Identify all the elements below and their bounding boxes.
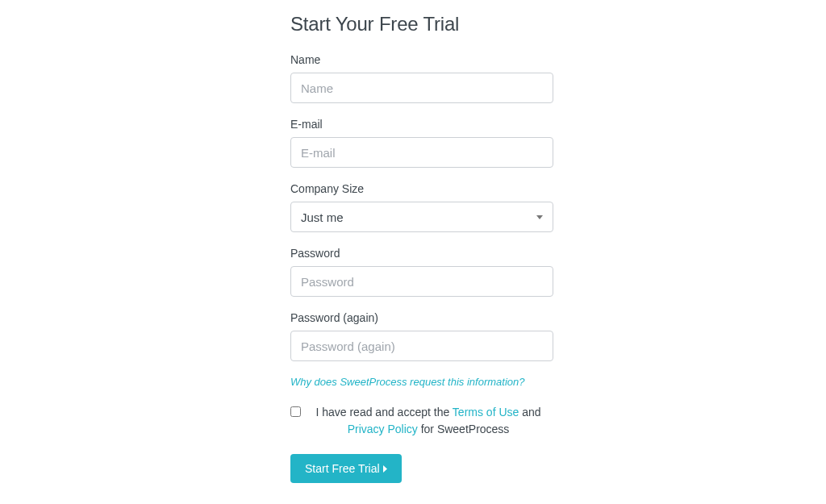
email-label: E-mail [290, 118, 565, 131]
consent-row: I have read and accept the Terms of Use … [290, 404, 565, 438]
signup-form-container: Start Your Free Trial Name E-mail Compan… [290, 0, 565, 483]
submit-label: Start Free Trial [305, 462, 380, 475]
privacy-link[interactable]: Privacy Policy [348, 423, 418, 435]
name-input[interactable] [290, 73, 553, 103]
page-title: Start Your Free Trial [290, 13, 565, 35]
consent-text: I have read and accept the Terms of Use … [307, 404, 549, 438]
company-size-group: Company Size Just me [290, 182, 565, 232]
password-again-group: Password (again) [290, 311, 565, 361]
company-size-select[interactable]: Just me [290, 202, 553, 232]
caret-right-icon [383, 462, 387, 475]
password-again-label: Password (again) [290, 311, 565, 324]
info-link[interactable]: Why does SweetProcess request this infor… [290, 376, 565, 388]
email-input[interactable] [290, 137, 553, 168]
company-size-label: Company Size [290, 182, 565, 195]
start-free-trial-button[interactable]: Start Free Trial [290, 454, 402, 483]
email-group: E-mail [290, 118, 565, 168]
consent-prefix: I have read and accept the [315, 406, 452, 419]
password-again-input[interactable] [290, 331, 553, 361]
password-input[interactable] [290, 266, 553, 297]
terms-link[interactable]: Terms of Use [453, 406, 519, 419]
name-label: Name [290, 53, 565, 66]
consent-mid: and [519, 406, 540, 419]
password-label: Password [290, 247, 565, 260]
name-group: Name [290, 53, 565, 103]
consent-checkbox[interactable] [290, 406, 301, 417]
consent-suffix: for SweetProcess [418, 423, 510, 435]
password-group: Password [290, 247, 565, 297]
